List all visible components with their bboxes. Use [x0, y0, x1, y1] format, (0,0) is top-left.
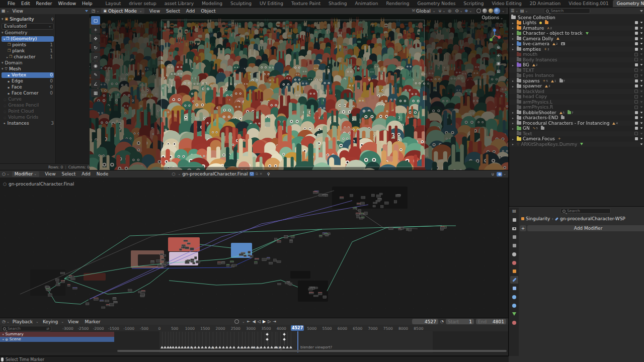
exclude-filter-icon[interactable]	[640, 133, 643, 134]
viewlayer-checkbox[interactable]	[635, 79, 638, 82]
timeline-marker[interactable]	[225, 346, 228, 348]
node-menu-select[interactable]: Select	[59, 171, 79, 176]
node-menu-node[interactable]: Node	[94, 171, 112, 176]
mode-selector[interactable]: ▣ Object Mode ⌄	[101, 8, 144, 14]
outliner-row-armature[interactable]: ▸Armature⋏2	[509, 26, 644, 31]
node[interactable]	[138, 291, 141, 293]
exclude-filter-icon[interactable]	[640, 96, 643, 98]
exclude-filter-icon[interactable]	[640, 43, 643, 45]
workspace-tab-geometry-nodes-001[interactable]: Geometry Nodes.001	[613, 0, 644, 7]
workspace-tab-uv-editing[interactable]: UV Editing	[256, 0, 287, 7]
node[interactable]	[160, 253, 164, 255]
properties-search[interactable]: Search	[560, 208, 611, 214]
geometry-row-1[interactable]: ❒points1	[2, 42, 54, 48]
workspace-tab-video-editing-001[interactable]: Video Editing.001	[565, 0, 612, 7]
timeline-marker[interactable]	[232, 346, 235, 348]
exclude-filter-icon[interactable]	[640, 80, 643, 81]
expand-arrow[interactable]: ▸	[512, 37, 515, 40]
node-overlays-icon[interactable]: ⊕	[497, 172, 502, 176]
tool-scale[interactable]: ▱	[91, 52, 100, 61]
shading-wireframe-button[interactable]	[476, 9, 481, 13]
tool-annotate[interactable]: ✎	[91, 70, 100, 79]
viewport-menu-object[interactable]: Object	[198, 9, 218, 14]
orientation-selector[interactable]: ⤧ Global⌄	[412, 9, 435, 14]
viewlayer-checkbox[interactable]	[634, 132, 638, 135]
timeline-marker[interactable]	[197, 346, 200, 348]
outliner-row-gn[interactable]: ▸GN∿5	[509, 126, 644, 131]
timeline-marker[interactable]	[211, 346, 214, 348]
exclude-filter-icon[interactable]	[640, 22, 643, 24]
viewlayer-checkbox[interactable]	[634, 95, 638, 99]
current-frame-field[interactable]: 4527	[412, 319, 438, 324]
outliner-row-spawner[interactable]: ▸spawner2	[509, 83, 644, 89]
outliner-row-head-copy[interactable]: head Copy	[509, 94, 644, 100]
node[interactable]	[163, 254, 166, 256]
properties-tab-scene[interactable]	[510, 250, 518, 258]
track-disclosure[interactable]: ▾	[3, 333, 4, 336]
node[interactable]	[105, 300, 109, 302]
timeline-marker[interactable]	[260, 346, 263, 348]
node[interactable]	[358, 209, 361, 212]
exclude-filter-icon[interactable]	[640, 38, 643, 39]
node[interactable]	[109, 303, 114, 306]
timeline-menu-playback[interactable]: Playback	[10, 319, 36, 324]
timeline-editor-icon[interactable]: ◷	[2, 319, 6, 324]
tool-cursor[interactable]: +	[91, 25, 100, 34]
workspace-tab-video-editing[interactable]: Video Editing	[488, 0, 525, 7]
exclude-filter-icon[interactable]	[640, 122, 643, 124]
properties-tab-constraints[interactable]	[510, 285, 518, 292]
timeline-menu-marker[interactable]: Marker	[82, 319, 103, 324]
topbar-menu-render[interactable]: Render	[33, 1, 55, 6]
viewlayer-checkbox[interactable]	[634, 68, 638, 72]
node[interactable]	[376, 195, 380, 197]
domain-row-face[interactable]: ▪Face0	[2, 84, 54, 90]
topbar-menu-window[interactable]: Window	[55, 1, 79, 6]
exclude-filter-icon[interactable]	[640, 117, 643, 119]
timeline-marker[interactable]	[190, 346, 193, 348]
node[interactable]	[196, 260, 200, 263]
outliner-row-bg[interactable]: ▸BG2	[509, 62, 644, 68]
workspace-tab-driver-setup[interactable]: driver setup	[125, 0, 160, 7]
viewlayer-checkbox[interactable]	[635, 27, 638, 30]
spreadsheet-view-menu[interactable]: View	[9, 9, 26, 14]
outliner-display-mode-icon[interactable]: ▤	[520, 9, 524, 13]
node[interactable]	[371, 194, 374, 197]
expand-arrow[interactable]: ▸	[512, 116, 515, 120]
node[interactable]	[380, 205, 383, 208]
node-menu-view[interactable]: View	[42, 171, 58, 176]
node[interactable]	[128, 289, 132, 291]
current-frame-line[interactable]	[297, 331, 298, 352]
node-frame[interactable]	[290, 271, 310, 279]
node[interactable]	[277, 261, 281, 263]
outliner-row-bubbleshooter[interactable]: ▸BubbleShooter57	[509, 110, 644, 116]
node[interactable]	[323, 296, 327, 298]
expand-arrow[interactable]: ▸	[512, 127, 515, 130]
pin-icon[interactable]: ⚲	[51, 17, 54, 22]
shading-solid-button[interactable]	[482, 9, 487, 13]
properties-tab-world[interactable]	[510, 259, 518, 266]
node[interactable]	[284, 236, 288, 238]
section-arrow[interactable]: ▾	[2, 61, 4, 65]
node[interactable]	[194, 256, 197, 259]
expand-arrow[interactable]: ▸	[512, 32, 515, 35]
workspace-tab-layout[interactable]: Layout	[102, 0, 125, 7]
node[interactable]	[161, 259, 165, 261]
node[interactable]	[48, 294, 52, 296]
filter-toggle-icon[interactable]: ⇄	[46, 327, 49, 331]
viewlayer-checkbox[interactable]	[635, 127, 638, 130]
node-editor-icon[interactable]: ⬡	[2, 172, 6, 176]
viewlayer-checkbox[interactable]	[634, 100, 638, 104]
expand-arrow[interactable]: ▸	[512, 21, 515, 25]
node[interactable]	[141, 294, 145, 296]
fake-user-shield-icon[interactable]: ⛉	[250, 172, 254, 176]
outliner-root-row[interactable]: Scene Collection	[509, 15, 644, 20]
expand-arrow[interactable]: ▸	[512, 63, 515, 67]
node[interactable]	[56, 284, 60, 286]
timeline-marker[interactable]	[279, 346, 282, 348]
outliner-row-eyes-instance[interactable]: Eyes Instance	[509, 73, 644, 78]
workspace-tab-2d-animation[interactable]: 2D Animation	[526, 0, 565, 7]
tool-move[interactable]: ✥	[91, 34, 100, 43]
expand-arrow[interactable]: ▸	[512, 47, 515, 51]
properties-editor-icon[interactable]: ▤	[512, 209, 516, 213]
node-graph-canvas[interactable]	[0, 177, 508, 318]
